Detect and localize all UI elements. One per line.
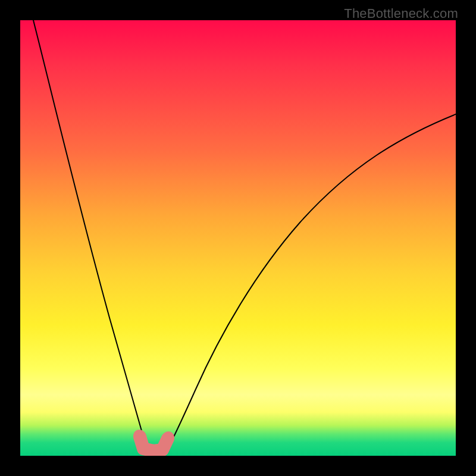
chart-svg bbox=[20, 20, 456, 456]
valley-marker-dot-right bbox=[162, 431, 174, 443]
valley-marker-dot-left bbox=[133, 430, 145, 441]
curve-right-branch bbox=[165, 114, 456, 453]
plot-area bbox=[20, 20, 456, 456]
curve-left-branch bbox=[33, 20, 151, 453]
watermark-text: TheBottleneck.com bbox=[344, 6, 458, 21]
